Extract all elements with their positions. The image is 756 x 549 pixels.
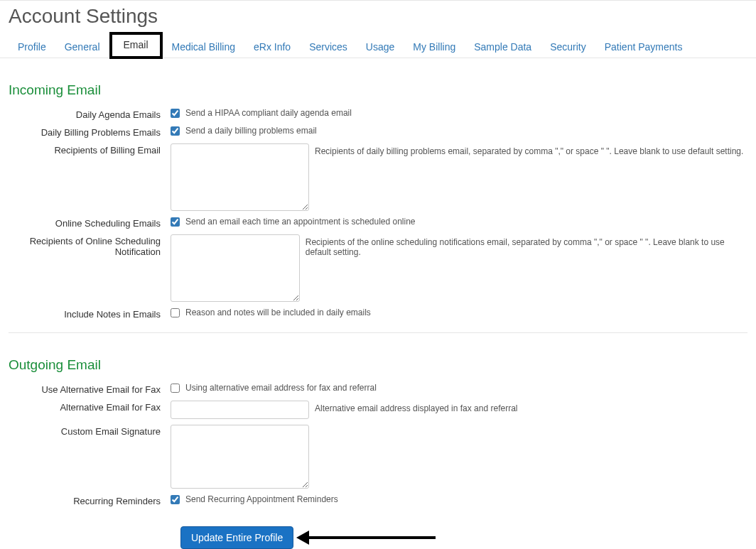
tab-patient-payments[interactable]: Patient Payments — [595, 35, 692, 58]
include-notes-text: Reason and notes will be included in dai… — [185, 308, 371, 317]
use-alt-email-fax-checkbox[interactable] — [171, 384, 180, 393]
arrow-annotation-icon — [308, 536, 436, 539]
recipients-online-scheduling-textarea[interactable] — [171, 234, 300, 302]
include-notes-checkbox[interactable] — [171, 308, 180, 317]
daily-agenda-checkbox[interactable] — [171, 109, 180, 118]
daily-billing-text: Send a daily billing problems email — [185, 126, 317, 136]
tab-erx-info[interactable]: eRx Info — [244, 35, 300, 58]
online-scheduling-text: Send an email each time an appointment i… — [185, 217, 416, 227]
recipients-online-scheduling-help: Recipients of the online scheduling noti… — [306, 234, 747, 257]
recipients-billing-help: Recipients of daily billing problems ema… — [315, 143, 743, 156]
incoming-email-title: Incoming Email — [9, 82, 747, 98]
tab-my-billing[interactable]: My Billing — [404, 35, 465, 58]
alt-email-fax-input[interactable] — [171, 401, 309, 419]
incoming-email-section: Incoming Email Daily Agenda Emails Send … — [0, 82, 756, 333]
recurring-reminders-label: Recurring Reminders — [9, 494, 171, 506]
daily-agenda-label: Daily Agenda Emails — [9, 108, 171, 120]
daily-agenda-text: Send a HIPAA compliant daily agenda emai… — [185, 108, 352, 118]
tab-services[interactable]: Services — [300, 35, 357, 58]
daily-billing-label: Daily Billing Problems Emails — [9, 126, 171, 138]
tab-usage[interactable]: Usage — [357, 35, 404, 58]
recipients-online-scheduling-label: Recipients of Online Scheduling Notifica… — [9, 234, 171, 257]
use-alt-email-fax-label: Use Alternative Email for Fax — [9, 383, 171, 395]
section-divider — [9, 332, 747, 333]
tab-security[interactable]: Security — [541, 35, 595, 58]
include-notes-label: Include Notes in Emails — [9, 308, 171, 320]
alt-email-fax-help: Alternative email address displayed in f… — [315, 401, 517, 413]
tab-general[interactable]: General — [55, 35, 109, 58]
online-scheduling-checkbox[interactable] — [171, 217, 180, 227]
tab-profile[interactable]: Profile — [9, 35, 55, 58]
alt-email-fax-label: Alternative Email for Fax — [9, 401, 171, 413]
outgoing-email-title: Outgoing Email — [9, 357, 747, 373]
custom-signature-label: Custom Email Signature — [9, 425, 171, 437]
recipients-billing-textarea[interactable] — [171, 143, 309, 211]
recurring-reminders-text: Send Recurring Appointment Reminders — [185, 494, 338, 504]
outgoing-email-section: Outgoing Email Use Alternative Email for… — [0, 357, 756, 549]
tab-sample-data[interactable]: Sample Data — [465, 35, 541, 58]
page-title: Account Settings — [0, 1, 756, 35]
daily-billing-checkbox[interactable] — [171, 126, 180, 136]
tabs-nav: Profile General Email Medical Billing eR… — [0, 35, 756, 58]
tab-medical-billing[interactable]: Medical Billing — [163, 35, 244, 58]
recipients-billing-label: Recipients of Billing Email — [9, 143, 171, 156]
update-profile-button[interactable]: Update Entire Profile — [180, 526, 293, 549]
tab-email[interactable]: Email — [109, 32, 163, 59]
online-scheduling-label: Online Scheduling Emails — [9, 217, 171, 229]
recurring-reminders-checkbox[interactable] — [171, 495, 180, 504]
use-alt-email-fax-text: Using alternative email address for fax … — [185, 383, 377, 393]
custom-signature-textarea[interactable] — [171, 425, 309, 489]
